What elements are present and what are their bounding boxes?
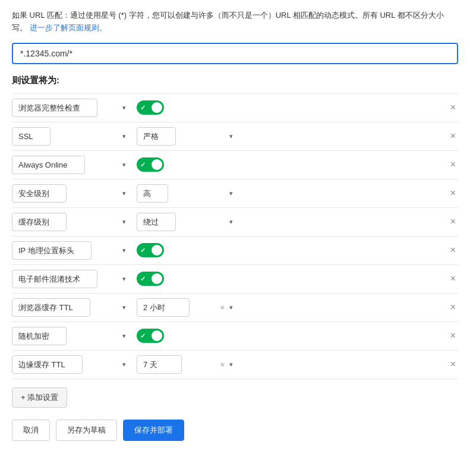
setting-select-wrapper: 随机加密▾ [12, 327, 131, 345]
toggle-slider: ✓ [137, 100, 164, 115]
setting-select-wrapper: 安全级别▾ [12, 184, 131, 203]
value-select-clearable-wrapper: 2 小时×▾ [137, 298, 238, 317]
value-select-clearable[interactable]: 2 小时 [137, 298, 190, 317]
rule-row: 安全级别▾高▾× [12, 179, 458, 208]
setting-select-wrapper: 边缘缓存 TTL▾ [12, 355, 131, 374]
clear-value-button[interactable]: × [220, 360, 225, 369]
value-select-wrapper: 高▾ [137, 184, 238, 203]
remove-rule-button[interactable]: × [448, 359, 458, 370]
toggle-wrapper: ✓ [137, 329, 172, 343]
clear-value-button[interactable]: × [220, 303, 225, 312]
toggle-wrapper: ✓ [137, 272, 172, 286]
chevron-down-icon: ▾ [122, 161, 126, 169]
remove-rule-button[interactable]: × [448, 159, 458, 170]
remove-rule-button[interactable]: × [448, 245, 458, 256]
remove-rule-button[interactable]: × [448, 131, 458, 141]
rule-row: 缓存级别▾绕过▾× [12, 208, 458, 237]
setting-select-wrapper: SSL▾ [12, 127, 131, 146]
toggle-check-icon: ✓ [140, 104, 146, 112]
toggle-check-icon: ✓ [140, 275, 146, 283]
setting-select[interactable]: 随机加密 [12, 327, 67, 345]
setting-select[interactable]: 浏览器缓存 TTL [12, 298, 90, 317]
value-select[interactable]: 严格 [137, 127, 176, 146]
chevron-down-icon: ▾ [122, 190, 126, 197]
value-select-wrapper: 严格▾ [137, 127, 238, 146]
remove-rule-button[interactable]: × [448, 188, 458, 198]
toggle-slider: ✓ [137, 243, 164, 257]
chevron-down-icon: ▾ [122, 104, 126, 112]
chevron-down-icon: ▾ [122, 133, 126, 140]
rule-row: 浏览器缓存 TTL▾2 小时×▾× [12, 294, 458, 322]
remove-rule-button[interactable]: × [448, 216, 458, 227]
setting-select-wrapper: 电子邮件混淆技术▾ [12, 270, 131, 288]
setting-select-wrapper: 缓存级别▾ [12, 213, 131, 231]
toggle-wrapper: ✓ [137, 100, 172, 115]
rules-container: 浏览器完整性检查▾✓×SSL▾严格▾×Always Online▾✓×安全级别▾… [12, 93, 458, 379]
remove-rule-button[interactable]: × [448, 102, 458, 113]
rule-row: 随机加密▾✓× [12, 322, 458, 351]
chevron-down-icon: ▾ [229, 190, 233, 197]
toggle[interactable]: ✓ [137, 243, 164, 257]
rule-row: 浏览器完整性检查▾✓× [12, 93, 458, 122]
chevron-down-icon: ▾ [122, 247, 126, 254]
toggle-slider: ✓ [137, 329, 164, 343]
setting-select[interactable]: Always Online [12, 156, 85, 174]
remove-rule-button[interactable]: × [448, 273, 458, 284]
chevron-down-icon: ▾ [122, 218, 126, 226]
toggle-check-icon: ✓ [140, 247, 146, 254]
setting-select[interactable]: 电子邮件混淆技术 [12, 270, 97, 288]
chevron-down-icon: ▾ [122, 361, 126, 368]
setting-select[interactable]: IP 地理位置标头 [12, 241, 92, 260]
chevron-down-icon: ▾ [229, 218, 233, 226]
remove-rule-button[interactable]: × [448, 330, 458, 341]
chevron-down-icon: ▾ [229, 361, 233, 368]
description-text: 如果 URL 匹配：通过使用星号 (*) 字符，您可以创建与许多（而不只是一个）… [12, 10, 458, 34]
setting-select[interactable]: 边缘缓存 TTL [12, 355, 83, 374]
footer-buttons: 取消 另存为草稿 保存并部署 [12, 420, 458, 441]
setting-select-wrapper: 浏览器缓存 TTL▾ [12, 298, 131, 317]
toggle[interactable]: ✓ [137, 157, 164, 172]
url-input[interactable] [12, 43, 458, 64]
rule-row: 电子邮件混淆技术▾✓× [12, 265, 458, 294]
toggle-check-icon: ✓ [140, 161, 146, 169]
value-select[interactable]: 绕过 [137, 213, 176, 231]
toggle-slider: ✓ [137, 272, 164, 286]
save-button[interactable]: 保存并部署 [123, 420, 184, 441]
section-title: 则设置将为: [12, 75, 458, 86]
cancel-button[interactable]: 取消 [12, 420, 50, 441]
draft-button[interactable]: 另存为草稿 [56, 420, 117, 441]
setting-select-wrapper: IP 地理位置标头▾ [12, 241, 131, 260]
chevron-down-icon: ▾ [122, 332, 126, 340]
toggle[interactable]: ✓ [137, 272, 164, 286]
setting-select-wrapper: Always Online▾ [12, 156, 131, 174]
setting-select[interactable]: 安全级别 [12, 184, 67, 203]
toggle-wrapper: ✓ [137, 243, 172, 257]
chevron-down-icon: ▾ [229, 133, 233, 140]
value-select[interactable]: 高 [137, 184, 168, 203]
value-select-clearable[interactable]: 7 天 [137, 355, 182, 374]
setting-select-wrapper: 浏览器完整性检查▾ [12, 99, 131, 117]
rule-row: 边缘缓存 TTL▾7 天×▾× [12, 351, 458, 379]
rule-row: Always Online▾✓× [12, 151, 458, 179]
chevron-down-icon: ▾ [122, 275, 126, 283]
setting-select[interactable]: 浏览器完整性检查 [12, 99, 97, 117]
remove-rule-button[interactable]: × [448, 302, 458, 313]
chevron-down-icon: ▾ [122, 304, 126, 311]
toggle-slider: ✓ [137, 157, 164, 172]
toggle[interactable]: ✓ [137, 100, 164, 115]
rule-row: IP 地理位置标头▾✓× [12, 237, 458, 265]
toggle-check-icon: ✓ [140, 332, 146, 340]
setting-select[interactable]: 缓存级别 [12, 213, 67, 231]
chevron-down-icon: ▾ [229, 304, 233, 311]
setting-select[interactable]: SSL [12, 127, 51, 146]
learn-more-link[interactable]: 进一步了解页面规则。 [30, 23, 107, 32]
rule-row: SSL▾严格▾× [12, 122, 458, 151]
add-setting-button[interactable]: + 添加设置 [12, 387, 67, 408]
value-select-wrapper: 绕过▾ [137, 213, 238, 231]
toggle-wrapper: ✓ [137, 157, 172, 172]
value-select-clearable-wrapper: 7 天×▾ [137, 355, 238, 374]
toggle[interactable]: ✓ [137, 329, 164, 343]
